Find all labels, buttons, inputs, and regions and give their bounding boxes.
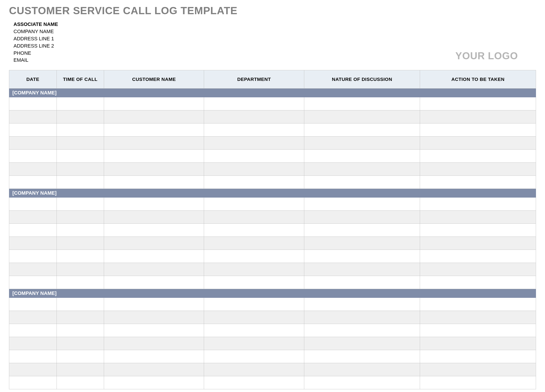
- cell-nature-of-discussion[interactable]: [304, 263, 420, 276]
- cell-time-of-call[interactable]: [56, 337, 104, 350]
- cell-action-to-be-taken[interactable]: [420, 324, 536, 337]
- cell-time-of-call[interactable]: [56, 124, 104, 137]
- cell-time-of-call[interactable]: [56, 211, 104, 224]
- cell-customer-name[interactable]: [104, 198, 204, 211]
- cell-nature-of-discussion[interactable]: [304, 110, 420, 124]
- cell-department[interactable]: [204, 376, 304, 389]
- cell-nature-of-discussion[interactable]: [304, 324, 420, 337]
- cell-time-of-call[interactable]: [56, 198, 104, 211]
- cell-nature-of-discussion[interactable]: [304, 350, 420, 363]
- cell-date[interactable]: [9, 250, 57, 263]
- cell-time-of-call[interactable]: [56, 224, 104, 237]
- cell-customer-name[interactable]: [104, 363, 204, 376]
- cell-department[interactable]: [204, 97, 304, 110]
- cell-action-to-be-taken[interactable]: [420, 224, 536, 237]
- cell-time-of-call[interactable]: [56, 110, 104, 124]
- cell-action-to-be-taken[interactable]: [420, 176, 536, 189]
- cell-time-of-call[interactable]: [56, 97, 104, 110]
- cell-action-to-be-taken[interactable]: [420, 276, 536, 289]
- cell-nature-of-discussion[interactable]: [304, 176, 420, 189]
- cell-customer-name[interactable]: [104, 97, 204, 110]
- cell-action-to-be-taken[interactable]: [420, 137, 536, 149]
- cell-nature-of-discussion[interactable]: [304, 149, 420, 163]
- cell-nature-of-discussion[interactable]: [304, 337, 420, 350]
- cell-date[interactable]: [9, 376, 57, 389]
- cell-nature-of-discussion[interactable]: [304, 124, 420, 137]
- cell-action-to-be-taken[interactable]: [420, 363, 536, 376]
- cell-department[interactable]: [204, 110, 304, 124]
- cell-time-of-call[interactable]: [56, 376, 104, 389]
- cell-customer-name[interactable]: [104, 124, 204, 137]
- cell-date[interactable]: [9, 110, 57, 124]
- cell-date[interactable]: [9, 298, 57, 311]
- cell-nature-of-discussion[interactable]: [304, 237, 420, 250]
- cell-department[interactable]: [204, 363, 304, 376]
- cell-customer-name[interactable]: [104, 163, 204, 176]
- cell-date[interactable]: [9, 97, 57, 110]
- cell-date[interactable]: [9, 211, 57, 224]
- cell-nature-of-discussion[interactable]: [304, 311, 420, 324]
- cell-date[interactable]: [9, 237, 57, 250]
- cell-customer-name[interactable]: [104, 224, 204, 237]
- cell-date[interactable]: [9, 311, 57, 324]
- cell-department[interactable]: [204, 224, 304, 237]
- cell-date[interactable]: [9, 176, 57, 189]
- cell-nature-of-discussion[interactable]: [304, 198, 420, 211]
- cell-nature-of-discussion[interactable]: [304, 137, 420, 149]
- cell-date[interactable]: [9, 363, 57, 376]
- cell-customer-name[interactable]: [104, 350, 204, 363]
- cell-department[interactable]: [204, 263, 304, 276]
- cell-nature-of-discussion[interactable]: [304, 298, 420, 311]
- cell-date[interactable]: [9, 224, 57, 237]
- cell-date[interactable]: [9, 124, 57, 137]
- cell-customer-name[interactable]: [104, 176, 204, 189]
- cell-date[interactable]: [9, 137, 57, 149]
- cell-date[interactable]: [9, 149, 57, 163]
- cell-time-of-call[interactable]: [56, 324, 104, 337]
- cell-time-of-call[interactable]: [56, 237, 104, 250]
- cell-nature-of-discussion[interactable]: [304, 211, 420, 224]
- cell-action-to-be-taken[interactable]: [420, 124, 536, 137]
- cell-department[interactable]: [204, 163, 304, 176]
- cell-department[interactable]: [204, 198, 304, 211]
- cell-action-to-be-taken[interactable]: [420, 198, 536, 211]
- cell-time-of-call[interactable]: [56, 176, 104, 189]
- cell-nature-of-discussion[interactable]: [304, 97, 420, 110]
- cell-department[interactable]: [204, 149, 304, 163]
- cell-customer-name[interactable]: [104, 337, 204, 350]
- cell-action-to-be-taken[interactable]: [420, 250, 536, 263]
- cell-time-of-call[interactable]: [56, 298, 104, 311]
- cell-customer-name[interactable]: [104, 276, 204, 289]
- cell-date[interactable]: [9, 324, 57, 337]
- cell-nature-of-discussion[interactable]: [304, 163, 420, 176]
- cell-time-of-call[interactable]: [56, 311, 104, 324]
- cell-customer-name[interactable]: [104, 250, 204, 263]
- cell-time-of-call[interactable]: [56, 149, 104, 163]
- cell-action-to-be-taken[interactable]: [420, 97, 536, 110]
- cell-department[interactable]: [204, 324, 304, 337]
- cell-department[interactable]: [204, 124, 304, 137]
- cell-time-of-call[interactable]: [56, 276, 104, 289]
- cell-date[interactable]: [9, 198, 57, 211]
- cell-action-to-be-taken[interactable]: [420, 110, 536, 124]
- cell-nature-of-discussion[interactable]: [304, 224, 420, 237]
- cell-department[interactable]: [204, 311, 304, 324]
- cell-customer-name[interactable]: [104, 298, 204, 311]
- cell-action-to-be-taken[interactable]: [420, 237, 536, 250]
- cell-action-to-be-taken[interactable]: [420, 149, 536, 163]
- cell-customer-name[interactable]: [104, 324, 204, 337]
- cell-action-to-be-taken[interactable]: [420, 337, 536, 350]
- cell-time-of-call[interactable]: [56, 363, 104, 376]
- cell-customer-name[interactable]: [104, 137, 204, 149]
- cell-customer-name[interactable]: [104, 376, 204, 389]
- cell-department[interactable]: [204, 250, 304, 263]
- cell-department[interactable]: [204, 137, 304, 149]
- cell-action-to-be-taken[interactable]: [420, 298, 536, 311]
- cell-customer-name[interactable]: [104, 263, 204, 276]
- cell-date[interactable]: [9, 350, 57, 363]
- cell-time-of-call[interactable]: [56, 350, 104, 363]
- cell-customer-name[interactable]: [104, 110, 204, 124]
- cell-customer-name[interactable]: [104, 311, 204, 324]
- cell-action-to-be-taken[interactable]: [420, 263, 536, 276]
- cell-date[interactable]: [9, 263, 57, 276]
